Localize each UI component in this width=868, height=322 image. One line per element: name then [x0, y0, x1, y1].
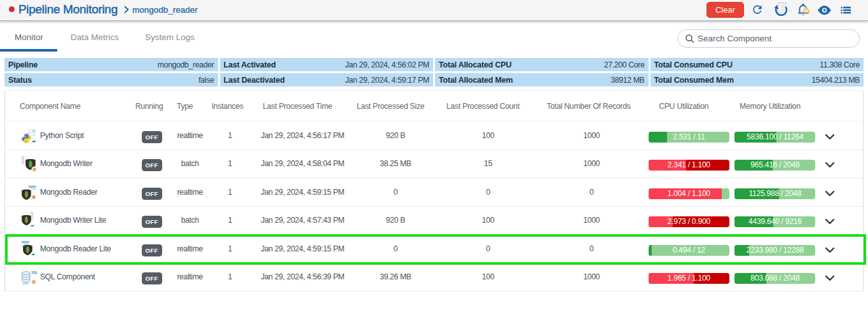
svg-text:Query: Query: [22, 282, 30, 285]
svg-text:SQL: SQL: [31, 270, 38, 274]
